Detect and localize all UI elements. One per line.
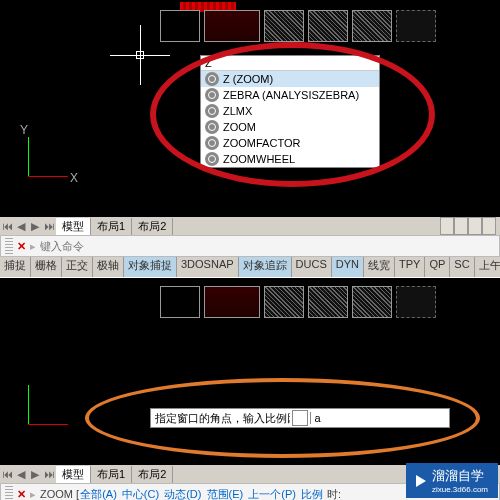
- status-lwt[interactable]: 线宽: [364, 257, 395, 277]
- cmd-option[interactable]: 范围(E): [206, 488, 245, 500]
- cmd-option[interactable]: 全部(A): [79, 488, 118, 500]
- thumb: [160, 286, 200, 318]
- prompt-input-char[interactable]: a: [310, 412, 450, 424]
- cmd-option[interactable]: 上一个(P): [247, 488, 297, 500]
- autocomplete-item[interactable]: ZOOMFACTOR: [201, 135, 379, 151]
- thumb: [204, 286, 260, 318]
- command-bar-top: ✕ ▸: [0, 235, 500, 257]
- status-otrack[interactable]: 对象追踪: [239, 257, 292, 277]
- status-time[interactable]: 上午: [475, 257, 500, 277]
- tab-model[interactable]: 模型: [56, 466, 91, 483]
- close-icon[interactable]: ✕: [17, 240, 26, 253]
- tab-model[interactable]: 模型: [56, 218, 91, 235]
- thumb: [396, 286, 436, 318]
- canvas-panel-bottom: 指定窗口的角点，输入比例因子 (nX 或 nXP)，或者 a ⏮◀▶⏭ 模型 布…: [0, 278, 500, 483]
- cmd-option[interactable]: 动态(D): [163, 488, 202, 500]
- thumb: [264, 10, 304, 42]
- chevron-right-icon: ▸: [30, 240, 36, 253]
- drawing-thumbnails: [160, 286, 436, 318]
- tab-nav[interactable]: ⏮◀▶⏭: [0, 468, 56, 481]
- autocomplete-label: ZOOMFACTOR: [223, 137, 300, 149]
- status-bar-top: 捕捉 栅格 正交 极轴 对象捕捉 3DOSNAP 对象追踪 DUCS DYN 线…: [0, 257, 500, 277]
- chevron-right-icon: ▸: [30, 488, 36, 501]
- autocomplete-item[interactable]: ZOOMWHEEL: [201, 151, 379, 167]
- play-icon: [416, 475, 426, 487]
- status-ducs[interactable]: DUCS: [292, 257, 332, 277]
- status-3dosnap[interactable]: 3DOSNAP: [177, 257, 239, 277]
- tab-layout2[interactable]: 布局2: [132, 218, 173, 235]
- status-dyn[interactable]: DYN: [332, 257, 364, 277]
- thumb: [308, 286, 348, 318]
- autocomplete-label: ZOOMWHEEL: [223, 153, 295, 165]
- thumb: [396, 10, 436, 42]
- dynamic-prompt[interactable]: 指定窗口的角点，输入比例因子 (nX 或 nXP)，或者 a: [150, 408, 450, 428]
- status-grid[interactable]: 栅格: [31, 257, 62, 277]
- status-osnap[interactable]: 对象捕捉: [124, 257, 177, 277]
- globe-icon: [205, 136, 219, 150]
- watermark-brand: 溜溜自学: [432, 467, 488, 485]
- thumb: [204, 10, 260, 42]
- status-snap[interactable]: 捕捉: [0, 257, 31, 277]
- thumb: [160, 10, 200, 42]
- drawing-thumbnails: [160, 10, 436, 42]
- status-ortho[interactable]: 正交: [62, 257, 93, 277]
- status-qp[interactable]: QP: [425, 257, 450, 277]
- thumb: [308, 10, 348, 42]
- drag-handle-icon[interactable]: [5, 486, 13, 500]
- cmd-suffix: 时: [327, 488, 338, 500]
- tab-layout1[interactable]: 布局1: [91, 466, 132, 483]
- watermark-url: zixue.3d66.com: [432, 485, 488, 494]
- globe-icon: [205, 88, 219, 102]
- autocomplete-item[interactable]: Z (ZOOM): [201, 71, 379, 87]
- globe-icon: [205, 104, 219, 118]
- autocomplete-label: Z (ZOOM): [223, 73, 273, 85]
- status-sc[interactable]: SC: [450, 257, 474, 277]
- cmd-name: ZOOM: [40, 488, 73, 500]
- close-icon[interactable]: ✕: [17, 488, 26, 501]
- thumb: [352, 286, 392, 318]
- thumb: [352, 10, 392, 42]
- thumb: [264, 286, 304, 318]
- tab-layout1[interactable]: 布局1: [91, 218, 132, 235]
- autocomplete-input[interactable]: [201, 56, 379, 71]
- autocomplete-item[interactable]: ZLMX: [201, 103, 379, 119]
- axis-x-label: X: [70, 171, 78, 185]
- globe-icon: [205, 152, 219, 166]
- command-autocomplete[interactable]: Z (ZOOM) ZEBRA (ANALYSISZEBRA) ZLMX ZOOM…: [200, 55, 380, 168]
- autocomplete-item[interactable]: ZOOM: [201, 119, 379, 135]
- scroll-controls[interactable]: [440, 217, 500, 235]
- globe-icon: [205, 120, 219, 134]
- layout-tabs: ⏮◀▶⏭ 模型 布局1 布局2: [0, 217, 500, 235]
- watermark: 溜溜自学 zixue.3d66.com: [406, 463, 498, 498]
- autocomplete-label: ZEBRA (ANALYSISZEBRA): [223, 89, 359, 101]
- axis-y-label: Y: [20, 123, 28, 137]
- globe-icon: [205, 72, 219, 86]
- status-polar[interactable]: 极轴: [93, 257, 124, 277]
- prompt-text: 指定窗口的角点，输入比例因子 (nX 或 nXP)，或者: [151, 411, 290, 426]
- tab-layout2[interactable]: 布局2: [132, 466, 173, 483]
- status-tpy[interactable]: TPY: [395, 257, 425, 277]
- cmd-option[interactable]: 比例: [300, 488, 324, 500]
- dropdown-icon[interactable]: [292, 410, 308, 426]
- canvas-panel-top: Z (ZOOM) ZEBRA (ANALYSISZEBRA) ZLMX ZOOM…: [0, 0, 500, 235]
- drag-handle-icon[interactable]: [5, 238, 13, 254]
- autocomplete-item[interactable]: ZEBRA (ANALYSISZEBRA): [201, 87, 379, 103]
- command-input[interactable]: [40, 240, 495, 252]
- autocomplete-label: ZLMX: [223, 105, 252, 117]
- autocomplete-label: ZOOM: [223, 121, 256, 133]
- tab-nav[interactable]: ⏮◀▶⏭: [0, 220, 56, 233]
- cmd-option[interactable]: 中心(C): [121, 488, 160, 500]
